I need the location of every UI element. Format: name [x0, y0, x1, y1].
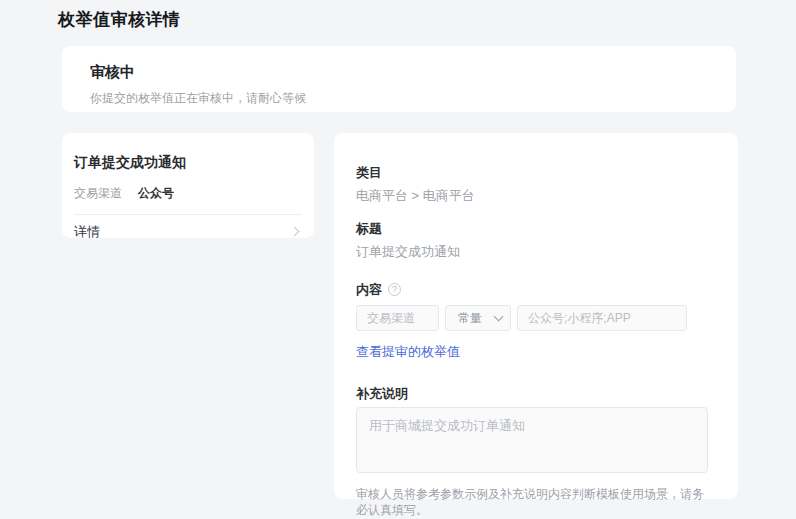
content-param-row: 常量	[356, 305, 708, 331]
param-type-select[interactable]: 常量	[445, 305, 511, 331]
category-label: 类目	[356, 166, 708, 179]
category-value: 电商平台 > 电商平台	[356, 189, 708, 202]
note-label: 补充说明	[356, 387, 708, 400]
field-name-label: 交易渠道	[74, 185, 122, 202]
title-value: 订单提交成功通知	[356, 245, 708, 258]
template-field-row: 交易渠道 公众号	[74, 185, 302, 202]
param-name-input[interactable]	[356, 305, 439, 331]
details-label: 详情	[74, 223, 100, 241]
enum-detail-card: 类目 电商平台 > 电商平台 标题 订单提交成功通知 内容 ? 常量 查看提审的…	[334, 133, 738, 499]
note-textarea[interactable]: 用于商城提交成功订单通知	[356, 407, 708, 473]
template-title: 订单提交成功通知	[74, 154, 302, 172]
field-name-value: 公众号	[138, 185, 174, 202]
chevron-down-icon	[494, 311, 504, 321]
help-circle-icon[interactable]: ?	[388, 283, 401, 296]
review-status-card: 审核中 你提交的枚举值正在审核中，请耐心等候	[62, 46, 736, 112]
review-footer-hint: 审核人员将参考参数示例及补充说明内容判断模板使用场景，请务必认真填写。	[356, 486, 708, 518]
title-label: 标题	[356, 222, 708, 235]
view-submitted-enum-link[interactable]: 查看提审的枚举值	[356, 344, 460, 359]
chevron-right-icon	[290, 227, 300, 237]
review-status-title: 审核中	[90, 63, 708, 82]
content-label-row: 内容 ?	[356, 283, 708, 296]
template-summary-card: 订单提交成功通知 交易渠道 公众号 详情	[62, 133, 314, 238]
param-type-value: 常量	[458, 310, 482, 327]
param-example-input[interactable]	[517, 305, 687, 331]
enum-review-detail-page: 枚举值审核详情 审核中 你提交的枚举值正在审核中，请耐心等候 订单提交成功通知 …	[0, 0, 796, 519]
review-status-description: 你提交的枚举值正在审核中，请耐心等候	[90, 90, 708, 107]
enum-link-row: 查看提审的枚举值	[356, 342, 708, 361]
details-row[interactable]: 详情	[74, 215, 302, 248]
page-title: 枚举值审核详情	[58, 8, 181, 31]
content-label: 内容	[356, 283, 382, 296]
